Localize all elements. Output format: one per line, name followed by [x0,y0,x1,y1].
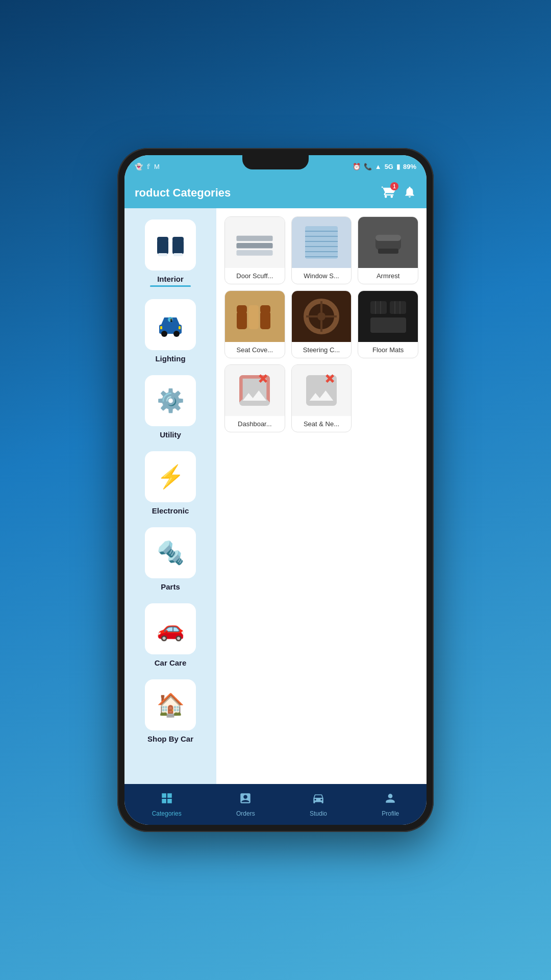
seat-cover-svg [234,296,275,337]
product-card-floor-mats[interactable]: Floor Mats [358,290,418,358]
interior-icon [154,229,187,261]
status-right-icons: ⏰ 📞 ▲ 5G ▮ 89% [353,163,416,170]
armrest-image [358,217,418,268]
floor-mats-svg [368,296,409,337]
sidebar-item-shop-by-car[interactable]: 🏠 Shop By Car [124,673,216,749]
seat-neck-image [292,365,352,416]
door-scuff-svg [234,222,275,263]
steering-svg [301,296,342,337]
main-content: Interior [124,208,427,784]
armrest-svg [368,222,409,263]
gmail-icon: M [154,163,160,170]
product-card-seat-cover[interactable]: Seat Cove... [224,290,285,358]
status-left-icons: 👻 𝕗 M [135,163,160,170]
lighting-icon: 📱 [154,308,187,341]
svg-rect-32 [260,305,270,313]
product-grid-container: Door Scuff... [216,208,427,784]
lighting-icon-box: 📱 [145,299,196,350]
nav-item-studio[interactable]: Studio [310,792,327,817]
steering-label: Steering C... [292,342,352,358]
sidebar-item-car-care[interactable]: 🚗 Car Care [124,597,216,673]
facebook-icon: 𝕗 [147,163,150,170]
parts-icon-box: 🔩 [145,527,196,578]
product-card-armrest[interactable]: Armrest [358,216,418,284]
car-care-label: Car Care [155,658,187,667]
parts-label: Parts [161,582,180,591]
svg-rect-40 [390,301,406,314]
nav-item-profile[interactable]: Profile [382,792,399,817]
svg-rect-15 [237,243,273,249]
active-indicator [150,285,191,287]
steering-image [292,291,352,342]
sidebar-item-utility[interactable]: ⚙️ Utility [124,369,216,445]
svg-rect-1 [172,240,184,254]
phone-icon: 📞 [364,163,372,170]
sidebar-item-interior[interactable]: Interior [124,213,216,293]
notification-button[interactable] [403,185,416,201]
utility-emoji: ⚙️ [157,387,185,414]
product-card-steering[interactable]: Steering C... [291,290,352,358]
cart-button[interactable]: 1 [382,185,396,201]
svg-rect-27 [237,311,247,329]
svg-point-34 [317,312,325,321]
window-shade-image [292,217,352,268]
studio-icon [312,792,325,808]
svg-rect-26 [378,249,398,254]
door-scuff-image [225,217,285,268]
phone-notch [242,155,309,169]
seat-neck-label: Seat & Ne... [292,416,352,432]
electronic-emoji: ⚡ [157,463,185,490]
categories-icon [160,792,173,808]
battery-text: 89% [403,163,416,170]
profile-label: Profile [382,810,399,817]
shop-by-car-emoji: 🏠 [157,692,185,718]
svg-rect-11 [160,326,162,329]
interior-icon-box [145,219,196,271]
app-header: roduct Categories 1 [124,178,427,208]
svg-point-8 [161,331,167,337]
svg-rect-30 [237,305,247,313]
nav-item-orders[interactable]: Orders [236,792,255,817]
parts-emoji: 🔩 [157,540,185,566]
car-care-icon-box: 🚗 [145,603,196,654]
lighting-label: Lighting [155,354,185,363]
bottom-navigation: Categories Orders Studio [124,784,427,825]
svg-text:📱: 📱 [169,318,173,323]
placeholder-icon-2 [301,370,342,411]
bell-icon [403,185,416,199]
sidebar-item-parts[interactable]: 🔩 Parts [124,521,216,597]
sidebar-item-lighting[interactable]: 📱 Lighting [124,293,216,369]
svg-rect-31 [248,305,259,313]
dashboard-label: Dashboar... [225,416,285,432]
studio-label: Studio [310,810,327,817]
svg-rect-28 [248,311,259,329]
svg-rect-3 [172,237,184,242]
svg-rect-4 [158,253,167,256]
nav-item-categories[interactable]: Categories [152,792,182,817]
cart-badge: 1 [390,182,398,190]
svg-rect-39 [370,301,387,314]
car-care-emoji: 🚗 [157,616,185,642]
utility-icon-box: ⚙️ [145,375,196,426]
dashboard-image [225,365,285,416]
product-grid: Door Scuff... [224,216,418,432]
svg-rect-5 [173,253,183,256]
product-card-door-scuff[interactable]: Door Scuff... [224,216,285,284]
wifi-icon: ▲ [375,163,382,170]
svg-point-9 [173,331,180,337]
product-card-window-shade[interactable]: Window S... [291,216,352,284]
category-sidebar: Interior [124,208,216,784]
floor-mats-label: Floor Mats [358,342,418,358]
signal-icon: 5G [385,163,393,170]
profile-icon [384,792,397,808]
sidebar-item-electronic[interactable]: ⚡ Electronic [124,445,216,521]
svg-rect-2 [157,237,168,242]
seat-cover-label: Seat Cove... [225,342,285,358]
page-title: roduct Categories [135,186,231,200]
product-card-dashboard[interactable]: Dashboar... [224,364,285,432]
svg-rect-10 [179,326,181,329]
orders-label: Orders [236,810,255,817]
product-card-seat-neck[interactable]: Seat & Ne... [291,364,352,432]
utility-label: Utility [160,430,181,439]
svg-rect-16 [237,250,273,256]
